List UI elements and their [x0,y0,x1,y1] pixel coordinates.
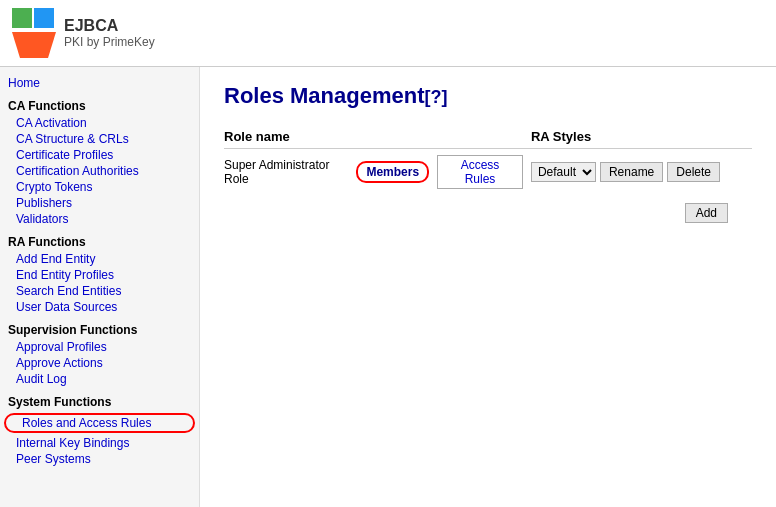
svg-rect-1 [34,8,54,28]
sidebar-item-certification-authorities[interactable]: Certification Authorities [0,163,199,179]
sidebar-item-validators[interactable]: Validators [0,211,199,227]
logo-ejbca-label: EJBCA [64,17,155,35]
sidebar-system-links: Roles and Access Rules Internal Key Bind… [0,413,199,467]
sidebar-section-ca: CA Functions [0,95,199,115]
role-name-text: Super Administrator Role [224,158,329,186]
page-title: Roles Management[?] [224,83,752,109]
sidebar-item-ca-structure[interactable]: CA Structure & CRLs [0,131,199,147]
logo-icon [12,8,56,58]
sidebar-item-end-entity-profiles[interactable]: End Entity Profiles [0,267,199,283]
sidebar-item-search-end-entities[interactable]: Search End Entities [0,283,199,299]
sidebar-ra-links: Add End Entity End Entity Profiles Searc… [0,251,199,315]
svg-rect-0 [12,8,32,28]
logo-container: EJBCA PKI by PrimeKey [12,8,155,58]
table-header-row: Role name RA Styles [224,125,752,149]
logo-pki-label: PKI by PrimeKey [64,35,155,49]
sidebar-item-certificate-profiles[interactable]: Certificate Profiles [0,147,199,163]
logo-text: EJBCA PKI by PrimeKey [64,17,155,49]
sidebar-supervision-links: Approval Profiles Approve Actions Audit … [0,339,199,387]
rename-button[interactable]: Rename [600,162,663,182]
add-button-cell: Add [224,195,728,229]
sidebar-item-publishers[interactable]: Publishers [0,195,199,211]
sidebar-section-supervision: Supervision Functions [0,319,199,339]
col-ra-styles [356,125,531,149]
roles-table: Role name RA Styles Super Administrator … [224,125,752,229]
sidebar-item-approval-profiles[interactable]: Approval Profiles [0,339,199,355]
page-title-text: Roles Management [224,83,425,108]
layout: Home CA Functions CA Activation CA Struc… [0,67,776,507]
sidebar-item-approve-actions[interactable]: Approve Actions [0,355,199,371]
sidebar-item-add-end-entity[interactable]: Add End Entity [0,251,199,267]
col-ra-styles-label: RA Styles [531,125,728,149]
delete-button[interactable]: Delete [667,162,720,182]
page-title-help[interactable]: [?] [425,87,448,107]
table-row: Super Administrator Role Members Access … [224,149,752,196]
sidebar-item-peer-systems[interactable]: Peer Systems [0,451,199,467]
add-button[interactable]: Add [685,203,728,223]
col-role-name: Role name [224,125,356,149]
sidebar-item-user-data-sources[interactable]: User Data Sources [0,299,199,315]
sidebar-item-home[interactable]: Home [0,75,199,91]
sidebar-item-internal-key-bindings[interactable]: Internal Key Bindings [0,435,199,451]
ra-style-select[interactable]: Default [531,162,596,182]
sidebar-item-ca-activation[interactable]: CA Activation [0,115,199,131]
svg-marker-2 [12,32,56,58]
role-name-cell: Super Administrator Role [224,149,356,196]
header: EJBCA PKI by PrimeKey [0,0,776,67]
access-rules-cell[interactable]: Access Rules [437,149,531,196]
members-cell[interactable]: Members [356,149,437,196]
add-row: Add [224,195,752,229]
sidebar-item-roles-access-rules[interactable]: Roles and Access Rules [4,413,195,433]
sidebar-item-audit-log[interactable]: Audit Log [0,371,199,387]
sidebar-section-system: System Functions [0,391,199,411]
members-button[interactable]: Members [356,161,429,183]
sidebar: Home CA Functions CA Activation CA Struc… [0,67,200,507]
sidebar-item-crypto-tokens[interactable]: Crypto Tokens [0,179,199,195]
sidebar-section-ra: RA Functions [0,231,199,251]
sidebar-ca-links: CA Activation CA Structure & CRLs Certif… [0,115,199,227]
main-content: Roles Management[?] Role name RA Styles … [200,67,776,507]
ra-style-cell: Default Rename Delete [531,149,728,196]
access-rules-button[interactable]: Access Rules [437,155,523,189]
